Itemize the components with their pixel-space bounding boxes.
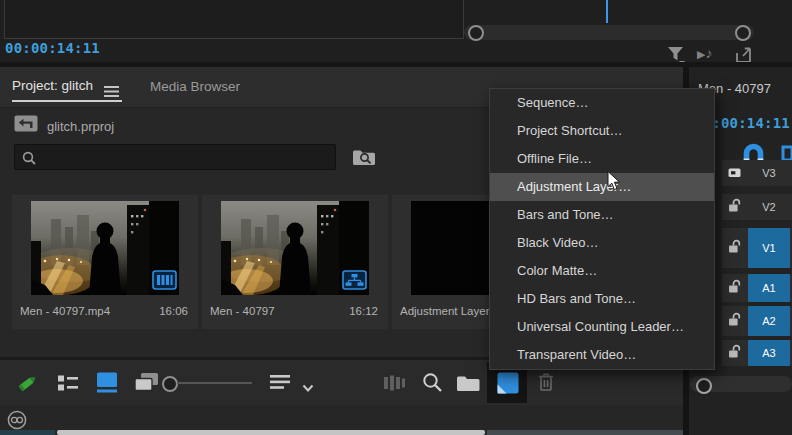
list-view-button[interactable] [57, 374, 79, 396]
timeline-horizontal-scrollbar[interactable] [690, 376, 792, 392]
new-bin-button[interactable] [456, 373, 481, 396]
menu-item-black-video[interactable]: Black Video… [490, 229, 714, 257]
project-item-tile[interactable]: Men - 40797 16:12 [202, 195, 388, 329]
sort-options-button[interactable] [270, 375, 290, 394]
status-bar [0, 405, 683, 430]
program-timecode: 00:00:14:11 [5, 40, 100, 56]
playhead-line[interactable] [606, 0, 608, 23]
automate-to-sequence-icon[interactable] [384, 375, 410, 395]
tab-media-browser-label: Media Browser [150, 79, 240, 94]
cursor-pointer [607, 171, 622, 196]
panel-menu-icon[interactable] [104, 83, 119, 101]
track-target-button[interactable]: V3 [748, 160, 790, 186]
premiere-pro-workspace: 00:00:14:11 ▶♪ Project: glitch Media Bro… [0, 0, 792, 435]
search-box[interactable] [14, 144, 336, 170]
bottom-scrollbar-thumb[interactable] [57, 430, 485, 435]
menu-item-color-matte[interactable]: Color Matte… [490, 257, 714, 285]
track-header-v3[interactable]: V3 [722, 160, 792, 186]
track-lock-icon[interactable] [728, 312, 741, 330]
track-header-a3[interactable]: A3 [722, 340, 792, 366]
timeline-zoom-scrollbar[interactable] [464, 25, 754, 40]
menu-item-hd-bars-and-tone[interactable]: HD Bars and Tone… [490, 285, 714, 313]
tab-media-browser[interactable]: Media Browser [150, 79, 240, 94]
search-icon [22, 151, 36, 169]
menu-item-adjustment-layer[interactable]: Adjustment Layer… [490, 173, 714, 201]
program-monitor-area [4, 0, 464, 39]
menu-item-transparent-video[interactable]: Transparent Video… [490, 341, 714, 369]
zoom-slider-handle[interactable] [162, 376, 178, 392]
project-item-tile[interactable]: Men - 40797.mp4 16:06 [12, 195, 198, 329]
active-tab-underline [12, 100, 122, 102]
chevron-down-icon[interactable] [302, 379, 314, 397]
find-button[interactable] [422, 372, 443, 397]
track-target-button[interactable]: V1 [748, 228, 790, 268]
track-lock-icon[interactable] [728, 344, 741, 362]
menu-item-offline-file[interactable]: Offline File… [490, 145, 714, 173]
track-header-v2[interactable]: V2 [722, 194, 792, 220]
track-header-a2[interactable]: A2 [722, 306, 792, 336]
menu-item-sequence[interactable]: Sequence… [490, 89, 714, 117]
track-lock-icon[interactable] [728, 239, 741, 257]
track-lock-icon[interactable] [728, 279, 741, 297]
sequence-badge-icon [342, 270, 367, 294]
menu-item-universal-counting-leader[interactable]: Universal Counting Leader… [490, 313, 714, 341]
tab-project[interactable]: Project: glitch [12, 78, 93, 93]
filmstrip-badge-icon [152, 270, 177, 294]
track-target-button[interactable]: A2 [748, 306, 790, 336]
tab-project-label: Project: glitch [12, 78, 93, 93]
zoom-slider[interactable] [177, 382, 252, 384]
track-header-v1[interactable]: V1 [722, 228, 792, 268]
search-input[interactable] [41, 147, 333, 169]
item-name: Men - 40797.mp4 [20, 305, 110, 317]
zoom-handle-left[interactable] [468, 25, 484, 41]
new-item-button[interactable] [497, 372, 519, 398]
search-bin-icon[interactable] [352, 146, 377, 171]
freeform-view-button[interactable] [134, 372, 161, 397]
menu-item-bars-and-tone[interactable]: Bars and Tone… [490, 201, 714, 229]
track-target-button[interactable]: V2 [748, 194, 790, 220]
navigate-up-icon[interactable] [14, 115, 38, 136]
timeline-scroll-handle[interactable] [696, 378, 712, 394]
sync-lock-icon[interactable] [728, 164, 741, 182]
icon-view-button[interactable] [96, 372, 118, 397]
writable-pencil-icon [16, 372, 40, 397]
track-header-a1[interactable]: A1 [722, 274, 792, 302]
delete-button[interactable] [536, 372, 556, 397]
item-name: Adjustment Layer [400, 305, 490, 317]
bottom-scrollbar-corner [0, 430, 55, 435]
project-file-name: glitch.prproj [47, 119, 114, 134]
item-name: Men - 40797 [210, 305, 275, 317]
track-target-button[interactable]: A1 [748, 274, 790, 302]
item-duration: 16:06 [159, 305, 188, 317]
new-item-menu: Sequence… Project Shortcut… Offline File… [489, 88, 715, 370]
track-target-button[interactable]: A3 [748, 340, 790, 366]
track-lock-icon[interactable] [728, 198, 741, 216]
zoom-handle-right[interactable] [735, 25, 751, 41]
menu-item-project-shortcut[interactable]: Project Shortcut… [490, 117, 714, 145]
item-duration: 16:12 [349, 305, 378, 317]
